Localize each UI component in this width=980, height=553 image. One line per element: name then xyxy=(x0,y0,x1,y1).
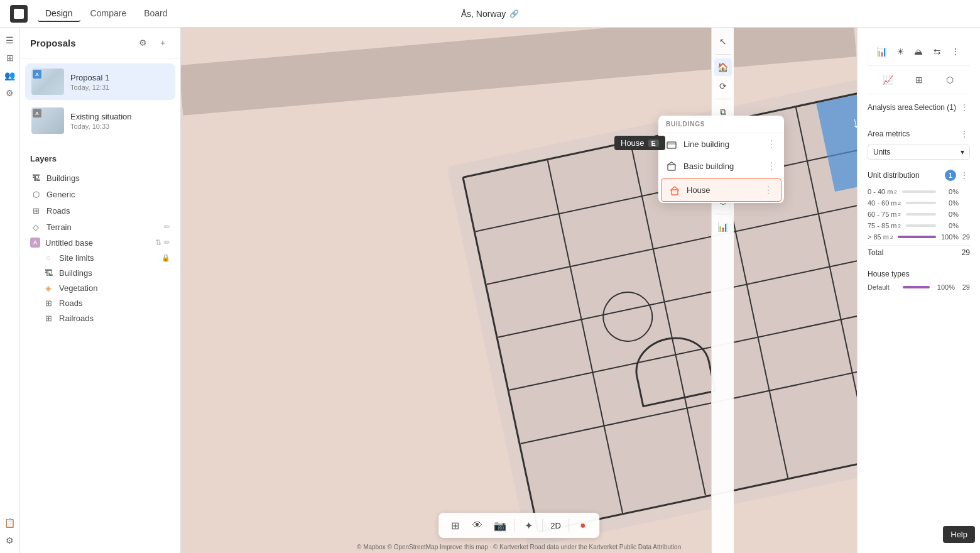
bt-divider xyxy=(514,519,514,532)
roads-layer-name: Roads xyxy=(46,206,170,216)
dropdown-line-building[interactable]: Line building ⋮ xyxy=(658,133,784,155)
record-icon[interactable]: ● xyxy=(574,517,592,534)
camera-icon[interactable]: 📷 xyxy=(491,517,509,534)
transform-tool[interactable]: ⟳ xyxy=(714,77,732,95)
location: Ås, Norway 🔗 xyxy=(461,9,520,19)
help-button[interactable]: Help xyxy=(943,526,975,543)
bar-chart-icon[interactable]: 📊 xyxy=(873,43,891,60)
layers-icon[interactable]: ⊞ xyxy=(3,50,18,65)
untitled-base-header[interactable]: A Untitled base ⇅ ✏ xyxy=(30,235,170,250)
analysis-tool[interactable]: 📊 xyxy=(714,218,732,236)
history-icon[interactable]: 📋 xyxy=(3,515,18,530)
metric-count-85plus: 29 xyxy=(959,233,970,241)
basic-building-more[interactable]: ⋮ xyxy=(766,160,776,172)
total-count: 29 xyxy=(962,248,970,257)
line-building-more[interactable]: ⋮ xyxy=(766,138,776,150)
area-metrics-row: Area metrics ⋮ xyxy=(868,128,970,140)
edit-icon[interactable]: ✏ xyxy=(164,238,170,247)
metric-60-75: 60 - 75 m2 0% xyxy=(868,209,970,220)
area-metrics-more[interactable]: ⋮ xyxy=(959,128,970,140)
settings-icon[interactable]: ⚙ xyxy=(3,85,18,101)
reorder-icon[interactable]: ⇅ xyxy=(155,238,161,247)
toolbar-divider-5 xyxy=(716,214,731,214)
map-area[interactable]: ↓ BUILDINGS Line building ⋮ Basic xyxy=(181,28,857,553)
team-icon[interactable]: 👥 xyxy=(3,68,18,83)
proposal-item[interactable]: A Proposal 1 Today, 12:31 xyxy=(25,63,175,100)
house-type-bar xyxy=(903,286,930,288)
layer-generic[interactable]: ⬡ Generic xyxy=(30,186,170,202)
existing-situation-item[interactable]: A Existing situation Today, 10:33 xyxy=(25,102,175,139)
menu-icon[interactable]: ☰ xyxy=(3,33,18,48)
proposal-badge: A xyxy=(33,109,41,118)
house-type-fill xyxy=(903,286,930,288)
house-more[interactable]: ⋮ xyxy=(763,184,773,196)
line-chart-icon[interactable]: 📈 xyxy=(879,71,897,89)
bt-divider-3 xyxy=(569,519,569,532)
cursor-tool[interactable]: ↖ xyxy=(714,33,732,50)
vegetation-name: Vegetation xyxy=(59,283,170,293)
total-row: Total 29 xyxy=(868,245,970,260)
tab-design[interactable]: Design xyxy=(38,6,80,22)
sublayer-buildings[interactable]: 🏗 Buildings xyxy=(43,265,170,280)
flow-icon[interactable]: ⇆ xyxy=(928,43,946,60)
sublayer-railroads[interactable]: ⊞ Railroads xyxy=(43,310,170,326)
svg-rect-2 xyxy=(668,165,675,170)
main: ☰ ⊞ 👥 ⚙ 📋 ⚙ Proposals ⚙ + xyxy=(0,28,980,553)
building-tool[interactable]: 🏠 xyxy=(714,58,732,76)
layers-title: Layers xyxy=(30,154,170,163)
compass-icon[interactable]: ✦ xyxy=(520,517,537,534)
mode-2d-button[interactable]: 2D xyxy=(548,521,564,530)
layer-buildings[interactable]: 🏗 Buildings xyxy=(30,170,170,186)
proposal-badge: A xyxy=(33,70,41,79)
metric-fill-85plus xyxy=(898,236,936,238)
metric-75-85: 75 - 85 m2 0% xyxy=(868,220,970,231)
house-type-default-name: Default xyxy=(868,283,899,291)
sublayer-site-limits[interactable]: ○ Site limits 🔒 xyxy=(43,250,170,265)
selection-more[interactable]: ⋮ xyxy=(959,102,970,113)
lock-icon[interactable]: 🔒 xyxy=(161,254,170,262)
unit-dist-more[interactable]: ⋮ xyxy=(959,170,970,181)
metric-pct-75-85: 0% xyxy=(941,222,959,229)
unit-dist-label: Unit distribution xyxy=(868,171,920,180)
grid-chart-icon[interactable]: ⊞ xyxy=(910,71,928,89)
layer-roads[interactable]: ⊞ Roads xyxy=(30,202,170,219)
site-limits-icon: ○ xyxy=(43,252,54,263)
visibility-icon[interactable]: 👁 xyxy=(469,517,486,534)
units-select[interactable]: Units ▾ xyxy=(868,145,970,160)
house-type-count: 29 xyxy=(959,283,970,291)
analysis-area-section: Analysis area Selection (1) ⋮ xyxy=(868,102,970,118)
tab-compare[interactable]: Compare xyxy=(83,6,134,22)
untitled-base: A Untitled base ⇅ ✏ ○ Site limits 🔒 🏗 xyxy=(30,235,170,326)
sublayer-buildings-icon: 🏗 xyxy=(43,267,54,278)
app: Design Compare Board Ås, Norway 🔗 ☰ ⊞ 👥 … xyxy=(0,0,980,553)
layer-terrain[interactable]: ◇ Terrain ✏ xyxy=(30,219,170,235)
filter-button[interactable]: ⚙ xyxy=(135,35,150,50)
grid-icon[interactable]: ⊞ xyxy=(446,517,464,534)
sublayer-vegetation[interactable]: ◈ Vegetation xyxy=(43,280,170,295)
sun-icon[interactable]: ☀ xyxy=(891,43,909,60)
selection-label: Selection (1) xyxy=(914,103,956,112)
sublayer-roads[interactable]: ⊞ Roads xyxy=(43,295,170,310)
right-panel: 📊 ☀ ⛰ ⇆ ⋮ 📈 ⊞ ⬡ Analysis area Selection … xyxy=(857,28,980,553)
metric-40-60: 40 - 60 m2 0% xyxy=(868,197,970,209)
toolbar-divider xyxy=(716,54,731,55)
terrain-edit-icon[interactable]: ✏ xyxy=(164,222,170,231)
network-icon[interactable]: ⬡ xyxy=(941,71,959,89)
proposal-thumb: A xyxy=(31,107,64,134)
metric-bar-85plus xyxy=(898,236,936,238)
house-tooltip: House E xyxy=(614,136,665,150)
preferences-icon[interactable]: ⚙ xyxy=(3,533,18,548)
logo[interactable] xyxy=(10,5,28,23)
proposal-info: Proposal 1 Today, 12:31 xyxy=(70,73,169,91)
top-bar: Design Compare Board Ås, Norway 🔗 xyxy=(0,0,980,28)
link-icon[interactable]: 🔗 xyxy=(509,9,519,18)
dropdown-house[interactable]: House ⋮ xyxy=(661,178,781,202)
left-icon-strip: ☰ ⊞ 👥 ⚙ 📋 ⚙ xyxy=(0,28,20,553)
mountain-icon[interactable]: ⛰ xyxy=(910,43,927,60)
metric-label-60-75: 60 - 75 m2 xyxy=(868,211,901,218)
dropdown-basic-building[interactable]: Basic building ⋮ xyxy=(658,155,784,177)
add-proposal-button[interactable]: + xyxy=(155,35,170,50)
proposal-date: Today, 12:31 xyxy=(70,84,169,91)
tab-board[interactable]: Board xyxy=(136,6,175,22)
more-icon[interactable]: ⋮ xyxy=(947,43,964,60)
